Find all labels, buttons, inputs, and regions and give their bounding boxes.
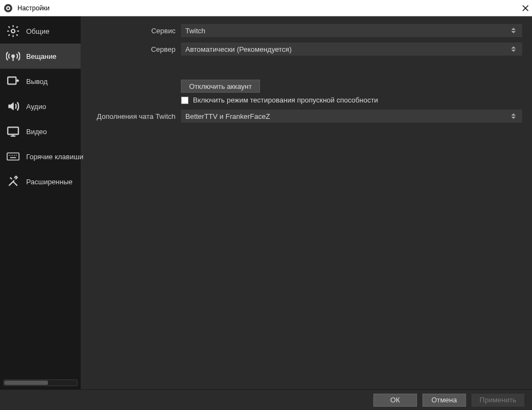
select-service[interactable]: Twitch — [181, 24, 522, 37]
spacer — [90, 61, 522, 80]
ok-button[interactable]: ОК — [373, 394, 417, 407]
apply-label: Применить — [480, 396, 516, 404]
output-icon — [5, 74, 21, 89]
sidebar-item-video[interactable]: Видео — [0, 119, 81, 144]
row-disconnect: Отключить аккаунт — [90, 80, 522, 93]
broadcast-icon — [5, 49, 21, 64]
row-twitch-addons: Дополнения чата Twitch BetterTTV и Frank… — [90, 110, 522, 123]
cancel-label: Отмена — [432, 396, 457, 404]
sidebar-item-general[interactable]: Общие — [0, 19, 81, 44]
keyboard-icon — [5, 149, 21, 164]
main-area: Общие Вещание Вывод Аудио Видео — [0, 16, 532, 389]
sidebar-item-label: Расширенные — [26, 178, 72, 186]
select-server[interactable]: Автоматически (Рекомендуется) — [181, 43, 522, 56]
sidebar-item-label: Аудио — [26, 102, 46, 111]
row-service: Сервис Twitch — [90, 24, 522, 37]
sidebar-scrollbar-thumb[interactable] — [4, 381, 48, 385]
video-icon — [5, 124, 21, 139]
close-button[interactable] — [522, 5, 529, 11]
spinner-icon — [509, 28, 518, 33]
window-title: Настройки — [17, 4, 522, 12]
svg-rect-8 — [8, 77, 16, 84]
row-bandwidth-test: Включить режим тестирования пропускной с… — [90, 96, 522, 104]
settings-content: Сервис Twitch Сервер Автоматически (Реко… — [81, 16, 532, 389]
apply-button[interactable]: Применить — [471, 394, 524, 407]
app-icon — [3, 3, 13, 13]
sidebar-item-label: Горячие клавиши — [26, 153, 83, 161]
sidebar-item-stream[interactable]: Вещание — [0, 44, 81, 69]
gear-icon — [5, 23, 21, 39]
bandwidth-test-label: Включить режим тестирования пропускной с… — [193, 96, 378, 104]
sidebar-item-label: Общие — [26, 27, 50, 35]
select-twitch-addons[interactable]: BetterTTV и FrankerFaceZ — [181, 110, 522, 123]
titlebar: Настройки — [0, 0, 532, 16]
footer: ОК Отмена Применить — [0, 389, 532, 410]
sidebar-item-advanced[interactable]: Расширенные — [0, 169, 81, 194]
checkbox-box — [181, 97, 189, 104]
label-service: Сервис — [90, 27, 181, 35]
sidebar-item-label: Вывод — [26, 77, 47, 86]
select-service-value: Twitch — [185, 27, 509, 35]
sidebar-item-output[interactable]: Вывод — [0, 69, 81, 94]
tools-icon — [5, 174, 21, 189]
svg-rect-9 — [8, 127, 19, 134]
bandwidth-test-checkbox[interactable]: Включить режим тестирования пропускной с… — [181, 96, 522, 104]
select-server-value: Автоматически (Рекомендуется) — [185, 45, 509, 53]
disconnect-account-label: Отключить аккаунт — [189, 82, 252, 91]
label-twitch-addons: Дополнения чата Twitch — [90, 112, 181, 120]
sidebar-item-audio[interactable]: Аудио — [0, 94, 81, 119]
audio-icon — [5, 99, 21, 114]
ok-label: ОК — [390, 396, 400, 404]
spinner-icon — [509, 113, 518, 119]
sidebar-item-hotkeys[interactable]: Горячие клавиши — [0, 144, 81, 169]
sidebar-item-label: Вещание — [26, 52, 57, 61]
svg-point-2 — [7, 7, 9, 9]
select-twitch-addons-value: BetterTTV и FrankerFaceZ — [185, 112, 509, 120]
svg-point-6 — [12, 55, 14, 57]
spinner-icon — [509, 46, 518, 52]
label-server: Сервер — [90, 45, 181, 53]
disconnect-account-button[interactable]: Отключить аккаунт — [181, 80, 260, 93]
cancel-button[interactable]: Отмена — [422, 394, 466, 407]
svg-point-5 — [11, 29, 15, 33]
svg-rect-12 — [7, 153, 19, 160]
sidebar-scrollbar[interactable] — [3, 379, 77, 386]
row-server: Сервер Автоматически (Рекомендуется) — [90, 43, 522, 56]
sidebar-item-label: Видео — [26, 128, 47, 136]
sidebar: Общие Вещание Вывод Аудио Видео — [0, 16, 81, 389]
